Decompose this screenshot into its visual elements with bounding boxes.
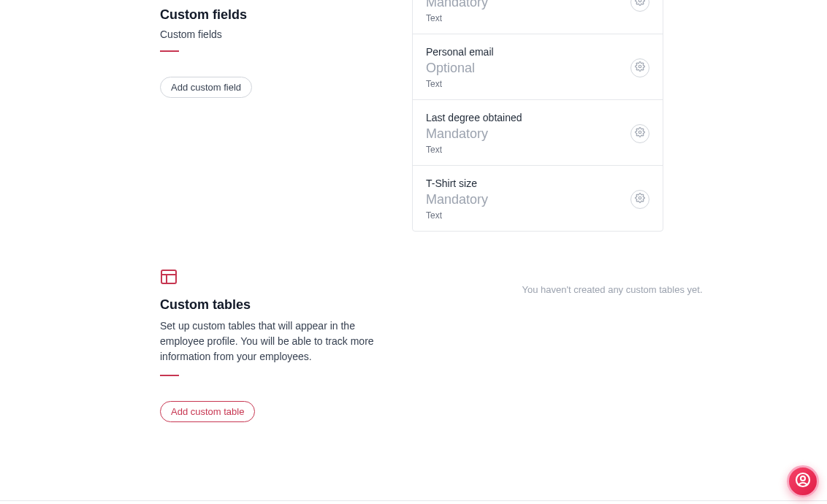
field-item: Personal email Optional Text (413, 34, 663, 100)
gear-icon (635, 127, 645, 140)
svg-point-2 (639, 131, 641, 134)
field-settings-button[interactable] (630, 58, 649, 77)
field-type: Text (426, 13, 488, 23)
field-type: Text (426, 145, 522, 155)
field-requirement: Mandatory (426, 0, 488, 10)
field-item: Allergies Mandatory Text (413, 0, 663, 34)
page-border (0, 500, 827, 501)
gear-icon (635, 0, 645, 9)
svg-point-1 (639, 65, 641, 68)
field-requirement: Mandatory (426, 126, 522, 142)
add-custom-field-button[interactable]: Add custom field (160, 77, 252, 98)
support-icon (794, 471, 812, 492)
field-requirement: Mandatory (426, 192, 488, 207)
support-fab-button[interactable] (787, 465, 819, 497)
custom-tables-description: Set up custom tables that will appear in… (160, 318, 379, 364)
field-settings-button[interactable] (630, 0, 649, 12)
svg-point-8 (801, 476, 805, 481)
custom-tables-empty-message: You haven't created any custom tables ye… (522, 284, 703, 295)
add-custom-table-button[interactable]: Add custom table (160, 401, 255, 422)
field-name: T-Shirt size (426, 177, 488, 189)
field-requirement: Optional (426, 61, 494, 76)
field-item: T-Shirt size Mandatory Text (413, 166, 663, 231)
field-settings-button[interactable] (630, 190, 649, 209)
svg-point-3 (639, 196, 641, 199)
svg-point-0 (639, 0, 641, 1)
divider (160, 50, 179, 52)
custom-tables-title: Custom tables (160, 297, 412, 313)
field-type: Text (426, 210, 488, 221)
table-icon (160, 268, 412, 289)
custom-fields-subtitle: Custom fields (160, 28, 412, 40)
field-settings-button[interactable] (630, 124, 649, 143)
divider (160, 375, 179, 376)
svg-rect-4 (161, 270, 176, 283)
field-item: Last degree obtained Mandatory Text (413, 100, 663, 166)
gear-icon (635, 193, 645, 206)
field-type: Text (426, 79, 494, 89)
custom-fields-list: Allergies Mandatory Text Personal email … (412, 0, 663, 232)
gear-icon (635, 61, 645, 75)
custom-fields-title: Custom fields (160, 7, 412, 23)
field-name: Personal email (426, 46, 494, 58)
field-name: Last degree obtained (426, 112, 522, 123)
